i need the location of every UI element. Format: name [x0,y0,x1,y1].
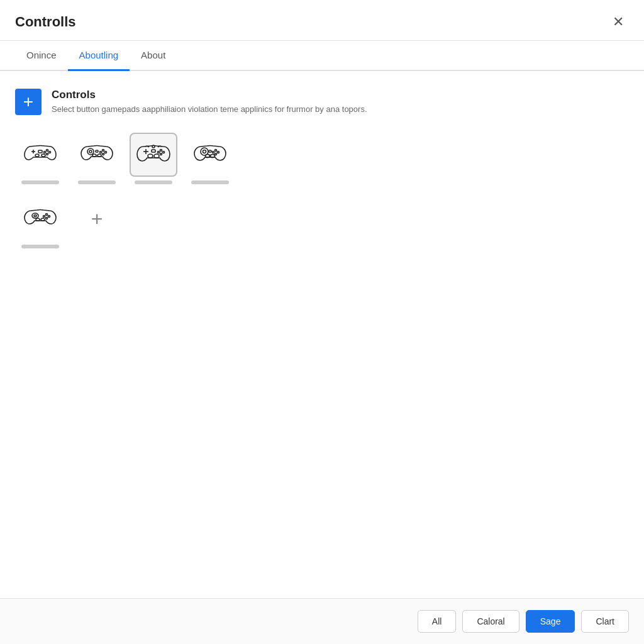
gamepad-item-4[interactable] [185,133,235,184]
tab-aboutling[interactable]: Aboutling [68,41,130,71]
gamepad-label-1 [21,180,59,184]
svg-point-43 [36,218,40,221]
gamepad-label-4 [191,180,229,184]
svg-point-16 [97,154,101,157]
dialog: Controlls ✕ Onince Aboutling About + Con… [0,0,644,644]
svg-rect-17 [96,150,98,152]
svg-point-9 [87,148,94,155]
svg-point-33 [215,153,217,155]
caloral-button[interactable]: Caloral [462,610,519,633]
blue-plus-icon: + [15,89,42,115]
gamepad-icon-5 [16,197,64,241]
svg-point-24 [148,154,153,158]
svg-point-4 [44,152,46,153]
svg-point-12 [105,152,107,153]
svg-rect-36 [209,150,211,152]
svg-rect-8 [38,150,42,153]
svg-point-5 [47,153,48,155]
svg-point-2 [47,150,48,152]
svg-point-3 [49,152,51,153]
dialog-title: Controlls [15,14,76,30]
sage-button[interactable]: Sage [526,610,575,633]
svg-point-10 [89,150,92,153]
svg-point-23 [160,153,162,155]
gamepad-svg-2 [80,138,114,172]
title-bar: Controlls ✕ [0,0,644,41]
gamepad-icon-3 [130,133,177,177]
svg-point-32 [213,152,214,153]
svg-point-29 [203,150,206,153]
add-gamepad-button[interactable]: + [73,197,121,241]
gamepad-label-3 [135,180,172,184]
gamepad-grid-row2: + [15,197,629,248]
gamepad-item-2[interactable] [72,133,122,184]
content-area: + Controls Select button gamepads aapphi… [0,71,644,598]
gamepad-icon-1 [16,133,64,177]
section-info: Controls Select button gamepads aapphili… [52,89,367,114]
gamepad-item-3[interactable] [128,133,179,184]
footer: All Caloral Sage Clart [0,598,644,644]
svg-point-27 [152,145,155,148]
svg-point-38 [34,215,36,217]
tab-about[interactable]: About [130,41,177,71]
section-description: Select button gamepads aapphiliaion viol… [52,104,367,114]
gamepad-grid [15,133,629,184]
svg-point-42 [46,218,48,219]
svg-point-31 [218,152,219,153]
close-button[interactable]: ✕ [608,11,629,33]
gamepad-svg-4 [193,138,227,172]
tab-bar: Onince Aboutling About [0,41,644,71]
svg-point-34 [206,155,210,158]
svg-point-6 [35,154,39,157]
svg-point-21 [163,152,165,153]
gamepad-svg-1 [23,138,57,172]
svg-point-39 [46,214,48,216]
svg-point-7 [42,154,45,157]
svg-point-44 [41,218,45,221]
svg-point-11 [103,150,104,152]
gamepad-icon-2 [73,133,121,177]
svg-point-30 [215,150,217,152]
svg-point-22 [158,152,160,153]
gamepad-label-2 [78,180,116,184]
svg-point-20 [160,150,162,152]
svg-point-35 [211,155,215,158]
svg-point-41 [43,216,45,218]
svg-point-13 [100,152,102,153]
add-gamepad-item[interactable]: + [72,197,122,248]
svg-point-37 [32,213,38,218]
all-button[interactable]: All [418,610,457,633]
gamepad-item-1[interactable] [15,133,65,184]
gamepad-svg-3 [136,138,170,172]
section-title: Controls [52,89,367,101]
svg-point-14 [103,153,104,155]
gamepad-icon-4 [186,133,234,177]
svg-rect-26 [152,150,155,152]
clart-button[interactable]: Clart [581,610,629,633]
svg-point-15 [92,154,96,157]
svg-point-25 [154,154,159,158]
gamepad-svg-5 [23,202,57,236]
gamepad-label-5 [21,245,59,248]
svg-point-40 [48,216,50,218]
section-header: + Controls Select button gamepads aapphi… [15,89,629,115]
tab-onince[interactable]: Onince [15,41,68,71]
gamepad-item-5[interactable] [15,197,65,248]
